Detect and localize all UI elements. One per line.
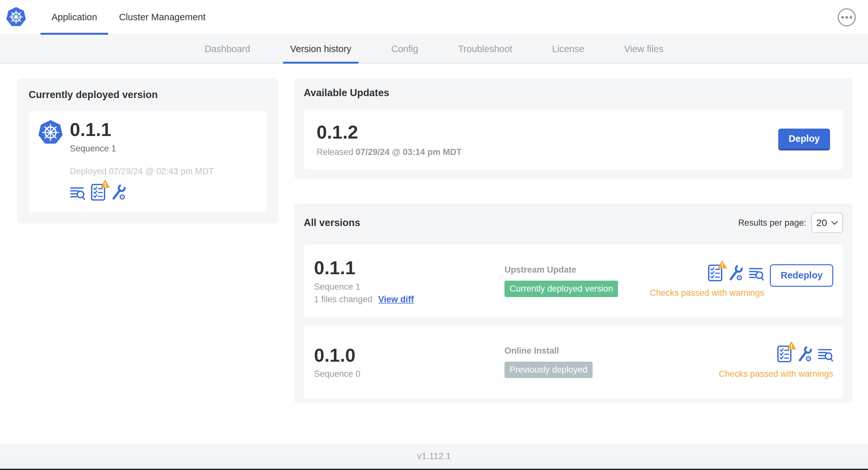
row-version-number: 0.1.1 xyxy=(314,258,504,278)
tab-license[interactable]: License xyxy=(545,35,591,63)
deployed-version-number: 0.1.1 xyxy=(70,119,214,140)
tab-cluster-management[interactable]: Cluster Management xyxy=(108,0,217,34)
top-bar: Application Cluster Management xyxy=(0,0,868,35)
chevron-down-icon xyxy=(831,221,838,225)
section-nav: Dashboard Version history Config Trouble… xyxy=(0,35,868,64)
status-badge: Previously deployed xyxy=(504,362,593,378)
kubernetes-app-icon xyxy=(38,119,63,204)
more-options-button[interactable] xyxy=(838,8,856,26)
warning-triangle-icon xyxy=(717,260,727,269)
results-per-page-label: Results per page: xyxy=(738,218,806,228)
tab-troubleshoot[interactable]: Troubleshoot xyxy=(451,35,519,63)
files-changed-label: 1 files changed xyxy=(314,295,373,304)
panel-title: All versions xyxy=(304,217,360,229)
results-per-page-select[interactable]: 20 xyxy=(811,212,843,233)
deploy-button[interactable]: Deploy xyxy=(778,129,830,150)
edit-config-icon[interactable] xyxy=(111,183,126,201)
console-version: v1.112.1 xyxy=(417,451,451,461)
version-source-label: Upstream Update xyxy=(504,265,618,275)
row-sequence: Sequence 0 xyxy=(314,369,504,379)
main-content: Currently deployed version 0.1.1 Sequenc… xyxy=(0,64,868,444)
checks-status-text[interactable]: Checks passed with warnings xyxy=(719,369,833,379)
preflight-checks-warning-icon[interactable] xyxy=(90,183,106,201)
diff-icon[interactable] xyxy=(818,347,833,363)
checks-status-text[interactable]: Checks passed with warnings xyxy=(650,288,765,298)
window-bottom-edge xyxy=(0,469,868,470)
admin-console-page: Application Cluster Management Dashboard… xyxy=(0,0,868,470)
app-tabs: Application Cluster Management xyxy=(40,0,217,34)
redeploy-button[interactable]: Redeploy xyxy=(770,264,833,287)
update-version-number: 0.1.2 xyxy=(317,122,462,142)
version-row: 0.1.1 Sequence 1 1 files changed View di… xyxy=(304,245,843,317)
kubernetes-logo-icon xyxy=(6,6,26,28)
edit-config-icon[interactable] xyxy=(728,264,743,281)
footer: v1.112.1 xyxy=(0,444,868,469)
tab-version-history[interactable]: Version history xyxy=(283,35,359,63)
currently-deployed-panel: Currently deployed version 0.1.1 Sequenc… xyxy=(17,78,278,224)
preflight-checks-warning-icon[interactable] xyxy=(777,345,792,363)
warning-triangle-icon xyxy=(786,341,797,350)
tab-dashboard[interactable]: Dashboard xyxy=(197,35,257,63)
row-sequence: Sequence 1 xyxy=(314,282,504,292)
ellipsis-icon xyxy=(841,16,844,19)
tab-application[interactable]: Application xyxy=(40,0,108,34)
diff-icon[interactable] xyxy=(749,266,764,281)
version-source-label: Online Install xyxy=(504,346,593,356)
view-diff-link[interactable]: View diff xyxy=(378,295,414,304)
preflight-checks-warning-icon[interactable] xyxy=(708,264,723,281)
panel-title: Currently deployed version xyxy=(29,89,267,101)
deployed-version-card: 0.1.1 Sequence 1 Deployed 07/29/24 @ 02:… xyxy=(29,111,267,212)
update-released-timestamp: Released 07/29/24 @ 03:14 pm MDT xyxy=(317,147,462,157)
warning-triangle-icon xyxy=(100,179,110,189)
deployed-timestamp: Deployed 07/29/24 @ 02:43 pm MDT xyxy=(70,167,214,176)
tab-view-files[interactable]: View files xyxy=(617,35,671,63)
version-row: 0.1.0 Sequence 0 Online Install Previous… xyxy=(304,326,843,398)
tab-config[interactable]: Config xyxy=(384,35,425,63)
deployed-sequence: Sequence 1 xyxy=(70,144,214,154)
update-card: 0.1.2 Released 07/29/24 @ 03:14 pm MDT D… xyxy=(304,110,843,169)
status-badge: Currently deployed version xyxy=(504,281,618,297)
panel-title: Available Updates xyxy=(304,87,843,99)
available-updates-panel: Available Updates 0.1.2 Released 07/29/2… xyxy=(294,78,852,179)
row-version-number: 0.1.0 xyxy=(314,345,504,366)
edit-config-icon[interactable] xyxy=(797,345,813,363)
all-versions-panel: All versions Results per page: 20 0.1.1 … xyxy=(294,203,852,403)
diff-icon[interactable] xyxy=(70,186,85,201)
